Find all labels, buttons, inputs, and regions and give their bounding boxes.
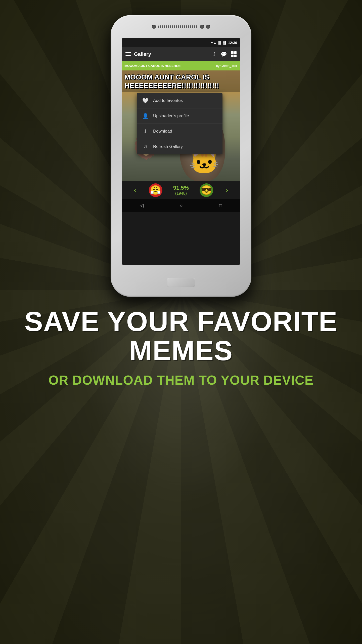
back-button[interactable]: ◁ [140,203,144,208]
grid-cell-2 [234,51,237,54]
speaker-dot-left [152,25,156,29]
hamburger-line-1 [125,52,131,53]
bottom-text-section: SAVE YOUR FAVORITE MEMES OR DOWNLOAD THE… [9,307,353,388]
app-title: Gallery [134,51,209,57]
sub-headline: OR DOWNLOAD THEM TO YOUR DEVICE [24,373,338,388]
vote-count: (1948) [173,191,189,196]
grid-cell-4 [234,55,237,57]
recent-apps-button[interactable]: □ [219,203,222,208]
favorites-label: Add to favorites [153,98,183,103]
android-nav-bar: ◁ ○ □ [122,199,240,212]
meme-overlay-text: MOOOM AUNT CAROL IS HEEEEEEEEERE!!!!!!!!… [122,70,240,92]
home-button[interactable] [167,278,195,287]
download-label: Download [153,129,172,134]
home-nav-button[interactable]: ○ [180,203,183,208]
hamburger-line-3 [125,55,131,56]
hamburger-line-2 [125,54,131,55]
refresh-icon: ↺ [142,144,149,150]
chat-icon[interactable]: 💬 [220,50,228,58]
next-arrow[interactable]: › [224,185,230,196]
ticker-author: by Green_Troll [216,64,238,68]
speaker-dot-far [206,25,210,29]
grid-cell-1 [231,51,234,54]
dropdown-uploader-profile[interactable]: 👤 Upsloader´s profile [137,108,222,124]
headline-line-2: MEMES [129,335,233,366]
dislike-face[interactable]: 😤 [149,183,162,197]
status-icons: ▼▲ ▐▌ ▓▌ 12:30 [210,41,237,45]
app-bar: Gallery ⤴ 💬 [122,47,240,61]
signal-icon: ▐▌ [217,41,222,45]
battery-icon: ▓▌ [223,41,227,45]
profile-label: Upsloader´s profile [153,113,189,118]
speaker-dot-right [200,25,204,29]
context-dropdown-menu: 🤍 Add to favorites 👤 Upsloader´s profile… [137,93,222,154]
ticker-bar: MOOOM AUNT CAROL IS HEEERE!!!! by Green_… [122,61,240,70]
speaker-grille [158,25,198,28]
wifi-icon: ▼▲ [210,41,216,45]
grid-view-icon[interactable] [231,51,237,57]
phone-shell: ▼▲ ▐▌ ▓▌ 12:30 Gallery ⤴ 💬 [111,15,251,297]
prev-arrow[interactable]: ‹ [132,185,138,196]
vote-bar: ‹ 😤 91,5% (1948) 😎 › [122,181,240,199]
phone-speaker [152,25,210,29]
grid-cell-3 [231,55,234,57]
vote-percent: 91,5% [173,185,189,191]
vote-score: 91,5% (1948) [173,185,189,196]
profile-icon: 👤 [142,113,149,119]
vote-section: ‹ 😤 91,5% (1948) 😎 › [129,183,233,197]
main-headline: SAVE YOUR FAVORITE MEMES [24,307,338,365]
dropdown-add-favorites[interactable]: 🤍 Add to favorites [137,93,222,108]
status-time: 12:30 [228,41,237,45]
refresh-label: Refresh Gallery [153,144,183,149]
download-icon: ⬇ [142,128,149,134]
status-bar: ▼▲ ▐▌ ▓▌ 12:30 [122,38,240,47]
favorites-icon: 🤍 [142,98,149,104]
meme-image-area[interactable]: 🦁 MOOOM AUNT CAROL IS HEEEEEEEEERE!!!!!!… [122,70,240,181]
menu-button[interactable] [125,52,131,56]
like-face[interactable]: 😎 [200,183,213,197]
dropdown-download[interactable]: ⬇ Download [137,124,222,139]
trend-icon[interactable]: ⤴ [212,51,217,58]
dropdown-refresh-gallery[interactable]: ↺ Refresh Gallery [137,139,222,154]
headline-line-1: SAVE YOUR FAVORITE [24,306,338,337]
phone-mockup: ▼▲ ▐▌ ▓▌ 12:30 Gallery ⤴ 💬 [111,15,251,297]
ticker-text: MOOOM AUNT CAROL IS HEEERE!!!! [124,64,216,68]
phone-screen: ▼▲ ▐▌ ▓▌ 12:30 Gallery ⤴ 💬 [122,38,240,265]
